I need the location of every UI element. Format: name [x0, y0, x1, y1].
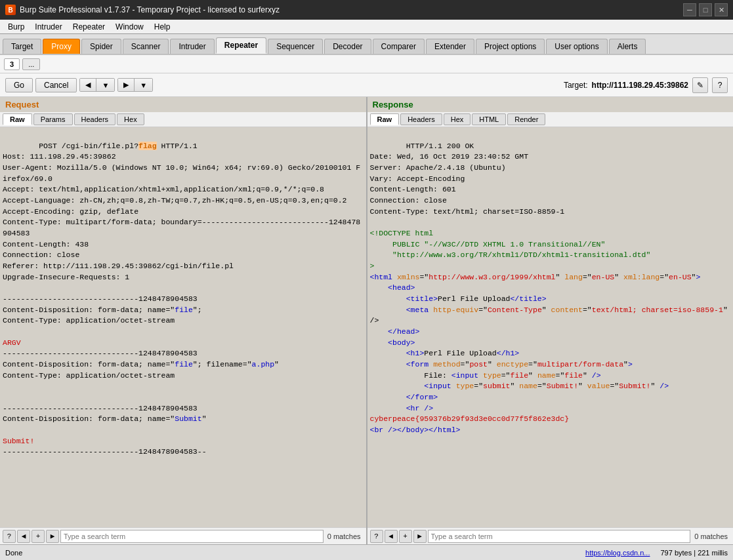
- target-url: http://111.198.29.45:39862: [592, 81, 688, 90]
- menu-window[interactable]: Window: [110, 21, 149, 33]
- target-label: Target:: [564, 81, 588, 90]
- request-search-help[interactable]: ?: [3, 530, 16, 543]
- request-line: POST /cgi-bin/file.pl?flag HTTP/1.1 Host…: [3, 142, 360, 456]
- request-tab-raw[interactable]: Raw: [3, 113, 32, 125]
- main-tab-bar: Target Proxy Spider Scanner Intruder Rep…: [0, 34, 733, 55]
- status-text: Done: [5, 549, 22, 557]
- tab-target[interactable]: Target: [3, 39, 41, 54]
- tab-intruder[interactable]: Intruder: [170, 39, 214, 54]
- tab-decoder[interactable]: Decoder: [324, 39, 371, 54]
- main-content: Request Raw Params Headers Hex POST /cgi…: [0, 97, 733, 544]
- response-matches: 0 matches: [692, 532, 730, 540]
- tab-alerts[interactable]: Alerts: [609, 39, 646, 54]
- menu-burp[interactable]: Burp: [3, 21, 30, 33]
- sub-tab-more[interactable]: ...: [22, 58, 40, 70]
- minimize-button[interactable]: ─: [683, 3, 696, 16]
- request-tab-headers[interactable]: Headers: [74, 113, 116, 125]
- tab-comparer[interactable]: Comparer: [373, 39, 425, 54]
- tab-user-options[interactable]: User options: [546, 39, 607, 54]
- response-search-next-plus[interactable]: +: [399, 530, 412, 543]
- response-search-input[interactable]: [428, 530, 691, 543]
- response-tab-headers[interactable]: Headers: [400, 113, 442, 125]
- nav-forward-group: ▶ ▼: [117, 78, 153, 92]
- sub-tab-3[interactable]: 3: [4, 58, 20, 70]
- response-content-main: HTTP/1.1 200 OK Date: Wed, 16 Oct 2019 2…: [367, 127, 734, 527]
- request-tab-hex[interactable]: Hex: [117, 113, 144, 125]
- response-tab-hex[interactable]: Hex: [444, 113, 471, 125]
- nav-back-button[interactable]: ◀: [80, 79, 96, 91]
- request-search-next[interactable]: ▶: [46, 530, 59, 543]
- request-header: Request: [0, 97, 366, 112]
- request-tab-params[interactable]: Params: [33, 113, 73, 125]
- menu-bar: Burp Intruder Repeater Window Help: [0, 20, 733, 34]
- window-title: Burp Suite Professional v1.7.37 - Tempor…: [20, 5, 280, 14]
- response-tabs: Raw Headers Hex HTML Render: [367, 112, 734, 127]
- tab-extender[interactable]: Extender: [426, 39, 474, 54]
- request-matches: 0 matches: [325, 532, 364, 540]
- status-bar: Done https://blog.csdn.n... 797 bytes | …: [0, 544, 733, 560]
- sub-tab-bar: 3 ...: [0, 55, 733, 73]
- tab-project-options[interactable]: Project options: [476, 39, 545, 54]
- response-text: HTTP/1.1 200 OK Date: Wed, 16 Oct 2019 2…: [370, 142, 728, 434]
- nav-back-dropdown[interactable]: ▼: [96, 79, 114, 91]
- response-tab-html[interactable]: HTML: [472, 113, 506, 125]
- target-info: Target: http://111.198.29.45:39862 ✎ ?: [564, 77, 728, 93]
- response-tab-raw[interactable]: Raw: [370, 113, 400, 125]
- request-search-input[interactable]: [60, 530, 324, 543]
- request-search-bar: ? ◀ + ▶ 0 matches: [0, 527, 366, 544]
- cancel-button[interactable]: Cancel: [35, 78, 77, 92]
- request-content-main: POST /cgi-bin/file.pl?flag HTTP/1.1 Host…: [0, 127, 366, 527]
- response-search-bar: ? ◀ + ▶ 0 matches: [367, 527, 734, 544]
- response-tab-render[interactable]: Render: [507, 113, 545, 125]
- menu-help[interactable]: Help: [149, 21, 176, 33]
- nav-forward-button[interactable]: ▶: [118, 79, 135, 91]
- menu-intruder[interactable]: Intruder: [30, 21, 67, 33]
- response-search-next[interactable]: ▶: [413, 530, 427, 543]
- tab-repeater[interactable]: Repeater: [216, 37, 266, 54]
- response-content[interactable]: HTTP/1.1 200 OK Date: Wed, 16 Oct 2019 2…: [367, 127, 734, 527]
- response-search-help[interactable]: ?: [370, 530, 383, 543]
- nav-back-group: ◀ ▼: [79, 78, 115, 92]
- close-button[interactable]: ✕: [715, 3, 728, 16]
- status-stats: 797 bytes | 221 millis: [660, 549, 728, 557]
- tab-proxy[interactable]: Proxy: [43, 39, 80, 54]
- request-search-prev[interactable]: ◀: [17, 530, 30, 543]
- app-icon: B: [5, 5, 16, 15]
- tab-spider[interactable]: Spider: [81, 39, 121, 54]
- request-search-next-plus[interactable]: +: [31, 530, 45, 543]
- request-tabs: Raw Params Headers Hex: [0, 112, 366, 127]
- request-panel: Request Raw Params Headers Hex POST /cgi…: [0, 97, 367, 544]
- nav-forward-dropdown[interactable]: ▼: [135, 79, 152, 91]
- status-url: https://blog.csdn.n...: [585, 549, 650, 557]
- title-bar: B Burp Suite Professional v1.7.37 - Temp…: [0, 0, 733, 20]
- edit-target-button[interactable]: ✎: [692, 77, 708, 93]
- help-button[interactable]: ?: [712, 77, 728, 93]
- request-content[interactable]: POST /cgi-bin/file.pl?flag HTTP/1.1 Host…: [0, 127, 366, 527]
- go-button[interactable]: Go: [5, 78, 33, 92]
- menu-repeater[interactable]: Repeater: [68, 21, 110, 33]
- response-search-prev[interactable]: ◀: [385, 530, 398, 543]
- response-header: Response: [367, 97, 734, 112]
- maximize-button[interactable]: □: [699, 3, 712, 16]
- tab-scanner[interactable]: Scanner: [123, 39, 169, 54]
- toolbar: Go Cancel ◀ ▼ ▶ ▼ Target: http://111.198…: [0, 73, 733, 97]
- response-panel: Response Raw Headers Hex HTML Render HTT…: [367, 97, 734, 544]
- tab-sequencer[interactable]: Sequencer: [268, 39, 323, 54]
